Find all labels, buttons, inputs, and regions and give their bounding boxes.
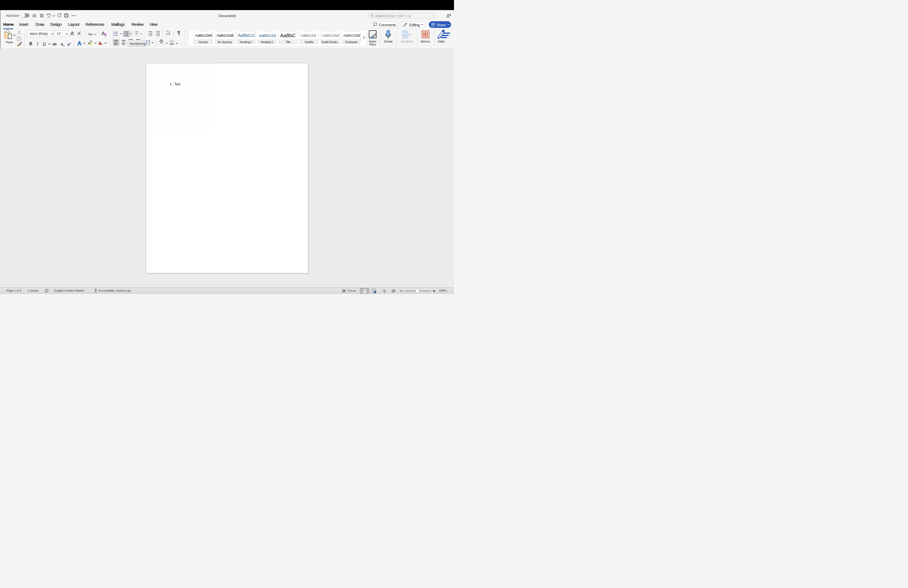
svg-text:3: 3	[124, 34, 125, 36]
svg-text:Z: Z	[166, 33, 167, 35]
svg-text:A: A	[166, 30, 168, 33]
svg-text:i: i	[135, 34, 135, 36]
